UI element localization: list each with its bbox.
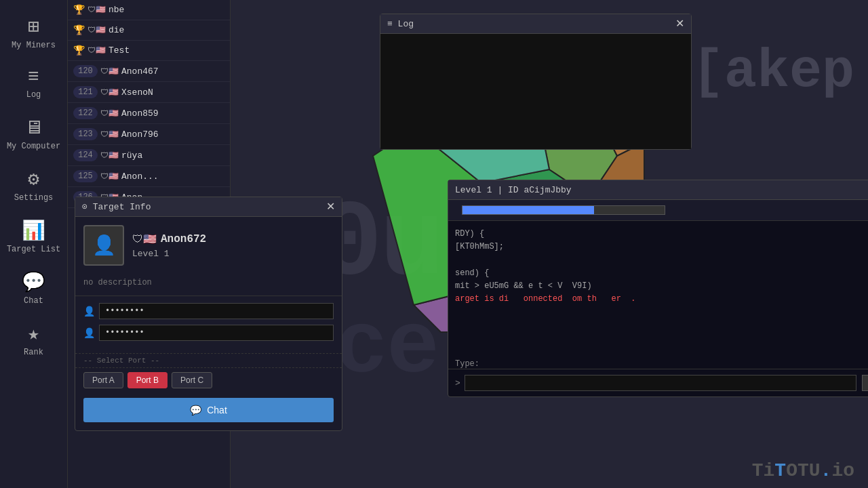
progress-bar [462,205,665,215]
target-details: 🛡🇺🇸 Anon672 Level 1 [132,232,206,259]
computer-icon: 🖥 [24,116,43,139]
log-window-title: ≡ Log [387,19,414,29]
flag-icon: 🛡🇺🇸 [100,108,119,119]
chat-icon: 💬 [22,270,45,293]
sidebar-item-my-miners[interactable]: ⊞ My Miners [0,7,67,58]
titotu-logo: TiTOTU.io [752,460,854,481]
log-content [380,34,691,149]
chat-button[interactable]: 💬 Chat [83,398,334,422]
trophy-silver-icon: 🏆 [73,24,85,36]
log-window-titlebar[interactable]: ≡ Log ✕ [380,14,691,34]
terminal-info-bar [448,200,868,221]
terminal-line: RDY) { [455,228,868,241]
flag-icon: 🛡🇺🇸 [87,5,106,15]
flag-icon: 🛡🇺🇸 [100,87,119,98]
terminal-line: [KT0hMmS]; [455,241,868,253]
terminal-window-titlebar[interactable]: Level 1 | ID aCijmJbby ✕ [448,180,868,200]
sidebar: ⊞ My Miners ≡ Log 🖥 My Computer ⚙ Settin… [0,0,68,488]
user-field-icon: 👤 [83,306,95,317]
target-profile: 👤 🛡🇺🇸 Anon672 Level 1 [75,217,342,274]
main-area: 🏆 🛡🇺🇸 nbe 🏆 🛡🇺🇸 die 🏆 🛡🇺🇸 Test 120 🛡🇺🇸 A… [68,0,868,488]
trophy-bronze-icon: 🏆 [73,45,85,56]
target-fields: 👤 👤 [75,296,342,353]
terminal-window-title: Level 1 | ID aCijmJbby [455,185,572,195]
flag-icon: 🛡🇺🇸 [100,150,119,161]
target-flags: 🛡🇺🇸 [132,232,157,246]
terminal-prompt: > [455,378,460,388]
log-title-icon: ≡ [387,19,398,29]
rank-icon: ★ [28,322,39,345]
terminal-line-error: arget is di onnected om th er . [455,293,868,306]
user-field-icon-2: 👤 [83,327,95,339]
target-list-icon: 📊 [22,219,45,242]
list-item[interactable]: 121 🛡🇺🇸 XsenoN [68,82,230,103]
list-item[interactable]: 120 🛡🇺🇸 Anon467 [68,61,230,82]
sidebar-item-log[interactable]: ≡ Log [0,58,67,108]
port-b-button[interactable]: Port B [127,372,167,388]
target-level: Level 1 [132,249,206,259]
select-port-hint: -- Select Port -- [75,353,342,367]
flag-icon: 🛡🇺🇸 [100,171,119,182]
log-close-button[interactable]: ✕ [675,18,684,29]
trophy-gold-icon: 🏆 [73,4,85,16]
field-row-2: 👤 [83,325,334,341]
list-item[interactable]: 123 🛡🇺🇸 Anon796 [68,124,230,145]
miners-icon: ⊞ [28,15,39,38]
port-a-button[interactable]: Port A [83,372,123,388]
username-field[interactable] [99,303,334,319]
terminal-line: mit > eU5mG && e t < V V9I) [455,280,868,293]
terminal-body: RDY) { [KT0hMmS]; send) { mit > eU5mG &&… [448,221,868,357]
list-item[interactable]: 125 🛡🇺🇸 Anon... [68,166,230,187]
terminal-line [455,253,868,266]
target-name: Anon672 [161,233,206,245]
terminal-input[interactable] [465,375,856,391]
progress-bar-fill [462,206,594,214]
list-item[interactable]: 🏆 🛡🇺🇸 die [68,20,230,41]
flag-icon: 🛡🇺🇸 [87,25,106,35]
target-info-close-button[interactable]: ✕ [326,201,335,212]
port-c-button[interactable]: Port C [172,372,212,388]
log-icon: ≡ [28,66,39,87]
terminal-line: send) { [455,267,868,280]
port-row: Port A Port B Port C [75,367,342,392]
sidebar-item-chat[interactable]: 💬 Chat [0,262,67,314]
target-info-window: ⊙ Target Info ✕ 👤 🛡🇺🇸 Anon672 Level 1 no… [75,197,342,431]
avatar-icon: 👤 [92,234,116,257]
field-row-1: 👤 [83,303,334,319]
sidebar-item-rank[interactable]: ★ Rank [0,314,67,365]
sidebar-item-my-computer[interactable]: 🖥 My Computer [0,108,67,159]
sidebar-item-target-list[interactable]: 📊 Target List [0,211,67,262]
list-item[interactable]: 🏆 🛡🇺🇸 nbe [68,0,230,20]
list-item[interactable]: 124 🛡🇺🇸 rüya [68,145,230,166]
list-item[interactable]: 122 🛡🇺🇸 Anon859 [68,103,230,124]
list-item[interactable]: 🏆 🛡🇺🇸 Test [68,41,230,61]
flag-icon: 🛡🇺🇸 [100,129,119,140]
log-window: ≡ Log ✕ [380,14,692,150]
terminal-level-info: Level 1 [455,185,492,195]
terminal-send-button[interactable]: Send [862,375,868,391]
flag-icon: 🛡🇺🇸 [87,45,106,56]
target-avatar: 👤 [83,225,124,266]
flag-icon: 🛡🇺🇸 [100,66,119,77]
type-label: Type: [448,357,868,369]
terminal-input-area: > Send [448,369,868,396]
sidebar-item-settings[interactable]: ⚙ Settings [0,159,67,211]
chat-btn-icon: 💬 [190,405,201,415]
settings-icon: ⚙ [28,167,39,190]
terminal-id-info: ID aCijmJbby [508,185,572,195]
target-info-title: ⊙ Target Info [82,201,151,212]
chat-btn-label: Chat [207,405,227,415]
level-value: 1 [164,249,170,259]
password-field[interactable] [99,325,334,341]
target-description: no description [75,274,342,296]
target-info-icon: ⊙ [82,202,93,212]
target-info-titlebar[interactable]: ⊙ Target Info ✕ [75,197,342,217]
terminal-window: Level 1 | ID aCijmJbby ✕ RDY) { [KT0hMmS… [448,180,868,397]
